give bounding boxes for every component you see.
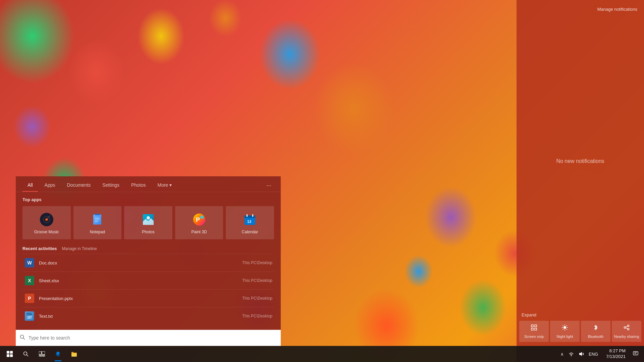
- app-tile-notepad[interactable]: Notepad: [73, 206, 122, 239]
- app-tile-paint3d[interactable]: P Paint 3D: [175, 206, 223, 239]
- start-button[interactable]: [2, 346, 18, 362]
- svg-rect-57: [44, 355, 45, 357]
- svg-rect-53: [39, 351, 41, 355]
- txt-filepath: This PC\Desktop: [242, 314, 272, 318]
- svg-rect-55: [39, 355, 41, 357]
- svg-point-51: [24, 352, 27, 355]
- bluetooth-button[interactable]: Bluetooth: [581, 321, 610, 342]
- svg-point-29: [147, 216, 150, 220]
- svg-point-4: [564, 326, 566, 329]
- app-tile-photos[interactable]: Photos: [124, 206, 172, 239]
- svg-point-13: [628, 325, 629, 327]
- paint3d-name: Paint 3D: [192, 230, 207, 234]
- doc-filepath: This PC\Desktop: [242, 260, 272, 265]
- search-bar: [16, 330, 281, 346]
- recent-file-doc[interactable]: W Doc.docx This PC\Desktop: [22, 254, 274, 272]
- tab-apps[interactable]: Apps: [40, 179, 60, 192]
- svg-line-16: [626, 326, 628, 327]
- notification-panel: Manage notifications No new notification…: [517, 0, 644, 362]
- manage-notifications-link[interactable]: Manage notifications: [517, 0, 644, 15]
- sheet-filename: Sheet.xlsx: [39, 278, 238, 283]
- app-tile-calendar[interactable]: 13 Calendar: [226, 206, 274, 239]
- bluetooth-icon: [592, 324, 599, 333]
- screen-snip-button[interactable]: Screen snip: [519, 321, 549, 342]
- svg-line-46: [23, 338, 25, 340]
- recent-file-text[interactable]: Text.txt This PC\Desktop: [22, 307, 274, 325]
- start-menu-tabs: All Apps Documents Settings Photos More …: [16, 176, 281, 192]
- recent-file-sheet[interactable]: X Sheet.xlsx This PC\Desktop: [22, 272, 274, 289]
- tab-documents[interactable]: Documents: [62, 179, 96, 192]
- taskbar-taskview-button[interactable]: [34, 346, 50, 362]
- system-tray: ∧ ENG: [556, 346, 603, 362]
- txt-filename: Text.txt: [39, 314, 238, 319]
- tray-chevron[interactable]: ∧: [558, 346, 566, 362]
- svg-line-12: [563, 329, 564, 330]
- photos-name: Photos: [142, 230, 154, 234]
- svg-line-9: [563, 325, 564, 326]
- svg-rect-1: [535, 325, 537, 327]
- svg-point-15: [628, 328, 629, 330]
- svg-line-11: [567, 325, 567, 326]
- calendar-icon: 13: [243, 213, 257, 226]
- taskbar-explorer-button[interactable]: [66, 346, 82, 362]
- top-apps-heading: Top apps: [22, 197, 274, 202]
- expand-button[interactable]: Expand: [517, 311, 541, 321]
- tab-more[interactable]: More ▾: [152, 179, 177, 192]
- tab-photos[interactable]: Photos: [126, 179, 151, 192]
- svg-marker-59: [579, 352, 582, 356]
- svg-rect-23: [93, 215, 101, 225]
- txt-file-icon: [24, 311, 35, 321]
- recent-file-presentation[interactable]: P Presentation.pptx This PC\Desktop: [22, 289, 274, 307]
- notepad-icon: [91, 213, 104, 226]
- svg-rect-40: [26, 313, 31, 315]
- svg-rect-3: [535, 328, 537, 330]
- svg-rect-49: [7, 354, 9, 357]
- ppt-filepath: This PC\Desktop: [242, 296, 272, 301]
- photos-icon: [142, 213, 155, 226]
- groove-music-name: Groove Music: [34, 230, 59, 234]
- ppt-filename: Presentation.pptx: [39, 296, 238, 301]
- notepad-name: Notepad: [90, 230, 105, 234]
- tray-volume[interactable]: [577, 346, 586, 362]
- quick-actions-grid: Screen snip Ni: [517, 321, 644, 342]
- search-icon: [20, 335, 25, 341]
- taskbar-edge-button[interactable]: [50, 346, 66, 362]
- bluetooth-label: Bluetooth: [588, 335, 603, 339]
- nearby-sharing-label: Nearby sharing: [614, 335, 639, 339]
- ppt-file-icon: P: [24, 293, 35, 304]
- svg-rect-56: [41, 355, 43, 357]
- manage-timeline-link[interactable]: Manage in Timeline: [62, 246, 97, 251]
- nearby-sharing-icon: [623, 324, 630, 333]
- clock-time: 8:27 PM: [609, 348, 626, 354]
- tab-ellipsis-button[interactable]: ···: [264, 180, 274, 191]
- svg-rect-50: [10, 354, 13, 357]
- svg-rect-0: [531, 325, 533, 327]
- svg-line-10: [567, 329, 567, 330]
- app-tile-groove-music[interactable]: Groove Music: [22, 206, 71, 239]
- notification-center-button[interactable]: [629, 346, 642, 362]
- svg-point-14: [624, 327, 626, 328]
- nearby-sharing-button[interactable]: Nearby sharing: [612, 321, 641, 342]
- taskbar-search-button[interactable]: [18, 346, 34, 362]
- svg-rect-54: [42, 351, 45, 355]
- sheet-filepath: This PC\Desktop: [242, 278, 272, 283]
- svg-line-17: [626, 328, 628, 329]
- taskbar-clock[interactable]: 8:27 PM 7/13/2021: [603, 346, 629, 362]
- svg-rect-48: [10, 351, 13, 354]
- word-file-icon: W: [24, 257, 35, 268]
- screen-snip-label: Screen snip: [524, 335, 544, 339]
- groove-music-icon: [40, 213, 53, 226]
- excel-file-icon: X: [24, 275, 35, 286]
- search-input[interactable]: [29, 335, 277, 341]
- night-light-label: Night light: [557, 335, 573, 339]
- start-menu-content: Top apps Groove Music: [16, 192, 281, 330]
- tray-language[interactable]: ENG: [587, 346, 600, 362]
- tab-all[interactable]: All: [22, 179, 38, 192]
- night-light-button[interactable]: Night light: [550, 321, 580, 342]
- doc-filename: Doc.docx: [39, 260, 238, 265]
- svg-rect-35: [245, 218, 255, 219]
- tab-settings[interactable]: Settings: [97, 179, 124, 192]
- app-grid: Groove Music: [22, 206, 274, 239]
- svg-line-52: [27, 355, 29, 357]
- tray-wifi[interactable]: [567, 346, 576, 362]
